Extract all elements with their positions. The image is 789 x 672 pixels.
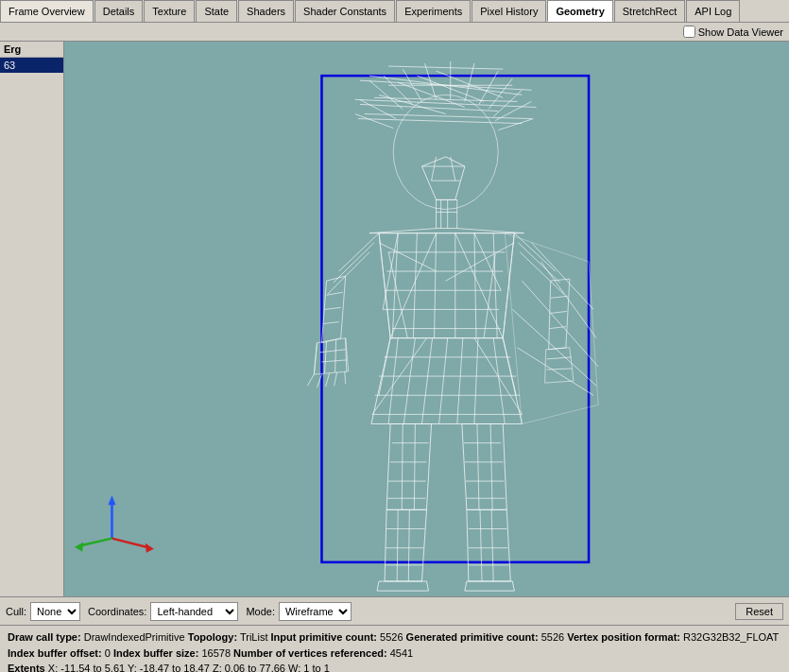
coords-select[interactable]: Left-handedRight-handed — [150, 602, 238, 621]
extents-value: X: -11.54 to 5.61 Y: -18.47 to 18.47 Z: … — [48, 663, 330, 672]
tab-stretchrect[interactable]: StretchRect — [614, 0, 685, 22]
list-item[interactable]: 63 — [0, 58, 63, 73]
num-vertices-value: 4541 — [390, 647, 413, 659]
controls-row: Cull: NoneCWCCW Coordinates: Left-handed… — [0, 596, 789, 625]
index-buf-size-value: 16578 — [201, 647, 233, 659]
gen-prim-value: 5526 — [541, 631, 568, 643]
show-data-viewer-label[interactable]: Show Data Viewer — [683, 26, 783, 38]
extents-label: Extents — [8, 663, 45, 672]
main-layout: Erg 63 — [0, 42, 789, 596]
reset-button[interactable]: Reset — [735, 603, 783, 620]
list-items-container: 63 — [0, 58, 63, 73]
info-panel: Draw call type: DrawIndexedPrimitive Top… — [0, 625, 789, 672]
show-data-viewer-text: Show Data Viewer — [698, 26, 783, 38]
index-buf-offset-label: Index buffer offset: — [8, 647, 102, 659]
gen-prim-label: Generated primitive count: — [406, 631, 539, 643]
input-prim-label: Input primitive count: — [271, 631, 377, 643]
info-line2: Extents X: -11.54 to 5.61 Y: -18.47 to 1… — [8, 661, 781, 672]
info-line1: Draw call type: DrawIndexedPrimitive Top… — [8, 629, 781, 661]
left-panel: Erg 63 — [0, 42, 64, 596]
tab-frame-overview[interactable]: Frame Overview — [0, 0, 94, 22]
cull-control: Cull: NoneCWCCW — [6, 602, 80, 621]
vertex-pos-label: Vertex position format: — [567, 631, 680, 643]
tab-details[interactable]: Details — [94, 0, 144, 22]
coords-control: Coordinates: Left-handedRight-handed — [88, 602, 238, 621]
mode-label: Mode: — [246, 606, 275, 617]
tab-geometry[interactable]: Geometry — [547, 0, 612, 22]
index-buf-offset-value: 0 — [105, 647, 113, 659]
cull-select[interactable]: NoneCWCCW — [30, 602, 80, 621]
tab-experiments[interactable]: Experiments — [396, 0, 471, 22]
index-buf-size-label: Index buffer size: — [113, 647, 198, 659]
viewport[interactable] — [64, 42, 789, 596]
coords-label: Coordinates: — [88, 606, 146, 617]
num-vertices-label: Number of vertices referenced: — [233, 647, 387, 659]
topology-value: TriList — [240, 631, 271, 643]
tab-shaders[interactable]: Shaders — [238, 0, 294, 22]
left-panel-header: Erg — [0, 42, 63, 58]
tab-api-log[interactable]: API Log — [686, 0, 740, 22]
tab-shader-constants[interactable]: Shader Constants — [295, 0, 395, 22]
show-data-viewer-checkbox[interactable] — [683, 26, 695, 38]
mode-select[interactable]: WireframeSolidTextured — [279, 602, 352, 621]
toolbar-row: Show Data Viewer — [0, 23, 789, 42]
tab-state[interactable]: State — [196, 0, 237, 22]
tab-pixel-history[interactable]: Pixel History — [472, 0, 546, 22]
draw-call-type: DrawIndexedPrimitive — [84, 631, 188, 643]
tab-texture[interactable]: Texture — [144, 0, 195, 22]
topology-label: Topology: — [188, 631, 237, 643]
tab-bar: Frame OverviewDetailsTextureStateShaders… — [0, 0, 789, 23]
vertex-pos-value: R32G32B32_FLOAT — [683, 631, 779, 643]
mode-control: Mode: WireframeSolidTextured — [246, 602, 352, 621]
input-prim-value: 5526 — [380, 631, 406, 643]
wireframe-svg — [64, 42, 789, 596]
cull-label: Cull: — [6, 606, 26, 617]
draw-call-label: Draw call type: — [8, 631, 81, 643]
